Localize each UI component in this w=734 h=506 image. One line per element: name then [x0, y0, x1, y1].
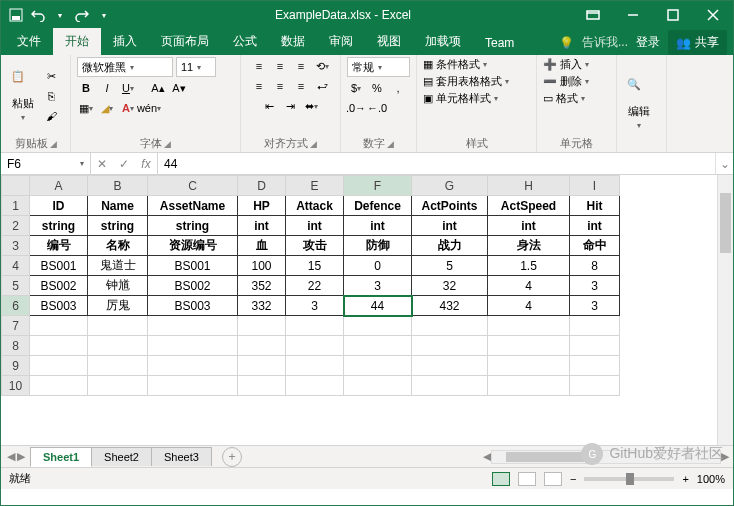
cell-D9[interactable]: [238, 356, 286, 376]
share-button[interactable]: 👥 共享: [668, 30, 727, 55]
format-cells-button[interactable]: ▭格式▾: [543, 91, 585, 106]
cell-A6[interactable]: BS003: [30, 296, 88, 316]
cell-G9[interactable]: [412, 356, 488, 376]
dialog-launcher-icon[interactable]: ◢: [164, 139, 171, 149]
cut-icon[interactable]: ✂: [42, 67, 60, 85]
format-as-table-button[interactable]: ▤套用表格格式▾: [423, 74, 509, 89]
comma-button[interactable]: ,: [389, 79, 407, 97]
cell-B4[interactable]: 鬼道士: [88, 256, 148, 276]
cell-C6[interactable]: BS003: [148, 296, 238, 316]
cell-A5[interactable]: BS002: [30, 276, 88, 296]
grow-font-button[interactable]: A▴: [149, 79, 167, 97]
row-header-3[interactable]: 3: [2, 236, 30, 256]
cell-D4[interactable]: 100: [238, 256, 286, 276]
decrease-indent-button[interactable]: ⇤: [261, 97, 279, 115]
cell-H5[interactable]: 4: [488, 276, 570, 296]
align-middle-button[interactable]: ≡: [271, 57, 289, 75]
cell-I6[interactable]: 3: [570, 296, 620, 316]
expand-formula-bar-icon[interactable]: ⌄: [715, 153, 733, 174]
shrink-font-button[interactable]: A▾: [170, 79, 188, 97]
cell-I4[interactable]: 8: [570, 256, 620, 276]
cell-B9[interactable]: [88, 356, 148, 376]
cell-H10[interactable]: [488, 376, 570, 396]
cell-C9[interactable]: [148, 356, 238, 376]
cell-F7[interactable]: [344, 316, 412, 336]
cell-A1[interactable]: ID: [30, 196, 88, 216]
cell-I10[interactable]: [570, 376, 620, 396]
cell-H6[interactable]: 4: [488, 296, 570, 316]
cell-B6[interactable]: 厉鬼: [88, 296, 148, 316]
cell-I5[interactable]: 3: [570, 276, 620, 296]
find-select-button[interactable]: 🔍 编辑 ▾: [623, 76, 655, 132]
horizontal-scrollbar[interactable]: [491, 450, 721, 464]
cell-D2[interactable]: int: [238, 216, 286, 236]
cell-A7[interactable]: [30, 316, 88, 336]
sheet-tab-1[interactable]: Sheet1: [30, 447, 92, 467]
cell-A8[interactable]: [30, 336, 88, 356]
cell-F6[interactable]: 44: [344, 296, 412, 316]
cell-B1[interactable]: Name: [88, 196, 148, 216]
cell-A3[interactable]: 编号: [30, 236, 88, 256]
cell-F8[interactable]: [344, 336, 412, 356]
cell-E9[interactable]: [286, 356, 344, 376]
italic-button[interactable]: I: [98, 79, 116, 97]
save-icon[interactable]: [7, 6, 25, 24]
insert-cells-button[interactable]: ➕插入▾: [543, 57, 589, 72]
cell-H7[interactable]: [488, 316, 570, 336]
col-header-B[interactable]: B: [88, 176, 148, 196]
percent-button[interactable]: %: [368, 79, 386, 97]
page-break-view-button[interactable]: [544, 472, 562, 486]
cell-E7[interactable]: [286, 316, 344, 336]
format-painter-icon[interactable]: 🖌: [42, 107, 60, 125]
cell-E10[interactable]: [286, 376, 344, 396]
cell-D5[interactable]: 352: [238, 276, 286, 296]
sheet-nav-next-icon[interactable]: ▶: [17, 450, 25, 463]
close-button[interactable]: [693, 1, 733, 29]
cell-B2[interactable]: string: [88, 216, 148, 236]
cell-D1[interactable]: HP: [238, 196, 286, 216]
cell-E4[interactable]: 15: [286, 256, 344, 276]
cell-C2[interactable]: string: [148, 216, 238, 236]
cell-I8[interactable]: [570, 336, 620, 356]
cell-D7[interactable]: [238, 316, 286, 336]
cell-B8[interactable]: [88, 336, 148, 356]
row-header-2[interactable]: 2: [2, 216, 30, 236]
cell-G2[interactable]: int: [412, 216, 488, 236]
row-header-10[interactable]: 10: [2, 376, 30, 396]
phonetic-button[interactable]: wén▾: [140, 99, 158, 117]
col-header-C[interactable]: C: [148, 176, 238, 196]
sheet-tab-3[interactable]: Sheet3: [151, 447, 212, 466]
minimize-button[interactable]: [613, 1, 653, 29]
cell-B10[interactable]: [88, 376, 148, 396]
formula-input[interactable]: 44: [158, 153, 715, 174]
tab-data[interactable]: 数据: [269, 28, 317, 55]
cell-H1[interactable]: ActSpeed: [488, 196, 570, 216]
col-header-D[interactable]: D: [238, 176, 286, 196]
cancel-formula-icon[interactable]: ✕: [91, 157, 113, 171]
cell-I2[interactable]: int: [570, 216, 620, 236]
merge-center-button[interactable]: ⬌▾: [303, 97, 321, 115]
select-all-corner[interactable]: [2, 176, 30, 196]
cell-I9[interactable]: [570, 356, 620, 376]
cell-A2[interactable]: string: [30, 216, 88, 236]
tell-me-text[interactable]: 告诉我...: [582, 34, 628, 51]
tab-file[interactable]: 文件: [5, 28, 53, 55]
tab-page-layout[interactable]: 页面布局: [149, 28, 221, 55]
cell-B7[interactable]: [88, 316, 148, 336]
cell-G3[interactable]: 战力: [412, 236, 488, 256]
col-header-G[interactable]: G: [412, 176, 488, 196]
col-header-E[interactable]: E: [286, 176, 344, 196]
cell-D3[interactable]: 血: [238, 236, 286, 256]
delete-cells-button[interactable]: ➖删除▾: [543, 74, 589, 89]
cell-I7[interactable]: [570, 316, 620, 336]
col-header-A[interactable]: A: [30, 176, 88, 196]
cell-C10[interactable]: [148, 376, 238, 396]
row-header-8[interactable]: 8: [2, 336, 30, 356]
align-top-button[interactable]: ≡: [250, 57, 268, 75]
cell-F3[interactable]: 防御: [344, 236, 412, 256]
col-header-H[interactable]: H: [488, 176, 570, 196]
row-header-4[interactable]: 4: [2, 256, 30, 276]
tell-me-icon[interactable]: 💡: [559, 36, 574, 50]
cell-G5[interactable]: 32: [412, 276, 488, 296]
cell-C4[interactable]: BS001: [148, 256, 238, 276]
